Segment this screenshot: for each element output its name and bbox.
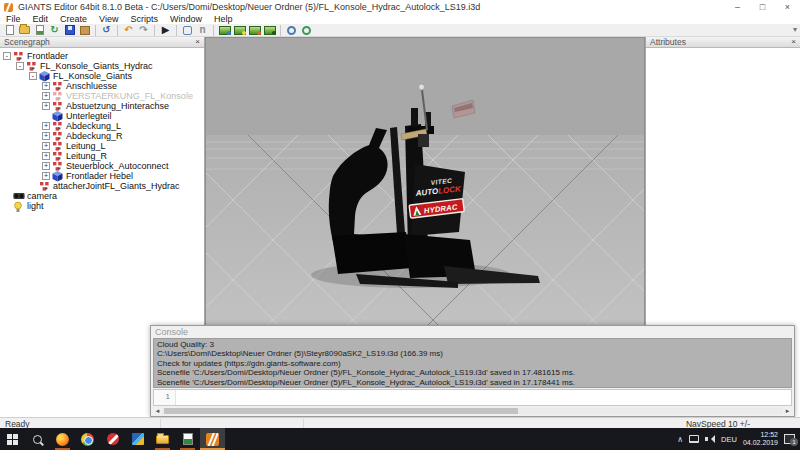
- scenegraph-item[interactable]: light: [0, 201, 204, 211]
- terrain-accent-dot: [257, 31, 261, 35]
- export-icon[interactable]: [78, 24, 91, 36]
- maximize-button[interactable]: □: [750, 0, 775, 14]
- status-separator: [303, 419, 304, 428]
- terrain-smooth-icon[interactable]: [233, 24, 246, 36]
- transform-icon: [39, 181, 52, 192]
- expand-icon[interactable]: +: [42, 152, 50, 160]
- expand-icon[interactable]: +: [42, 162, 50, 170]
- menu-edit[interactable]: Edit: [27, 14, 55, 24]
- lever-knob: [419, 84, 425, 90]
- taskbar-firefox[interactable]: [50, 428, 75, 450]
- menu-window[interactable]: Window: [164, 14, 208, 24]
- close-button[interactable]: ×: [775, 0, 800, 14]
- speaker-icon[interactable]: [705, 434, 715, 444]
- expand-icon[interactable]: +: [42, 132, 50, 140]
- scenegraph-item[interactable]: +Abdeckung_R: [0, 131, 204, 141]
- minimize-button[interactable]: –: [725, 0, 750, 14]
- scrollbar-track[interactable]: [162, 408, 783, 414]
- transform-icon: [13, 51, 26, 62]
- tree-item-label: Unterlegteil: [65, 111, 112, 121]
- tree-item-label: Abdeckung_R: [65, 131, 123, 141]
- play-icon[interactable]: ▶: [159, 24, 172, 36]
- taskbar-search[interactable]: [25, 428, 50, 450]
- expand-icon[interactable]: +: [42, 142, 50, 150]
- scenegraph-item[interactable]: -FL_Konsole_Giants: [0, 71, 204, 81]
- scenegraph-item[interactable]: +Frontlader Hebel: [0, 171, 204, 181]
- snap-mode-icon[interactable]: n: [196, 24, 209, 36]
- notification-center-icon[interactable]: 1: [784, 434, 795, 444]
- foliage-paint-icon-shape: [264, 26, 276, 35]
- scenegraph-item[interactable]: -FL_Konsole_Giants_Hydrac: [0, 61, 204, 71]
- scenegraph-item[interactable]: +VERSTAERKUNG_FL_Konsole: [0, 91, 204, 101]
- render-settings-icon[interactable]: [285, 24, 298, 36]
- terrain-paint-icon[interactable]: [248, 24, 261, 36]
- menu-create[interactable]: Create: [54, 14, 93, 24]
- rotate-view-icon[interactable]: ↺: [100, 24, 113, 36]
- editor-settings-icon[interactable]: [300, 24, 313, 36]
- expand-icon[interactable]: +: [42, 92, 50, 100]
- new-file-icon-shape: [6, 25, 14, 35]
- attributes-close-icon[interactable]: ×: [791, 37, 796, 47]
- transform-icon: [52, 91, 65, 102]
- scenegraph-item[interactable]: +Leitung_L: [0, 141, 204, 151]
- scenegraph-item[interactable]: +Abdeckung_L: [0, 121, 204, 131]
- keyboard-language[interactable]: DEU: [721, 435, 737, 444]
- scrollbar-thumb[interactable]: [164, 408, 518, 414]
- terrain-sculpt-icon[interactable]: [218, 24, 231, 36]
- console-title: Console: [151, 326, 794, 338]
- taskbar-file-explorer[interactable]: [150, 428, 175, 450]
- scenegraph-item[interactable]: -Frontlader: [0, 51, 204, 61]
- scroll-right-icon[interactable]: ▸: [783, 407, 792, 415]
- search-icon: [33, 435, 42, 444]
- giants-editor-icon: [206, 433, 219, 446]
- console-script-input[interactable]: 1: [153, 389, 792, 406]
- new-file-icon[interactable]: [3, 24, 16, 36]
- scenegraph-item[interactable]: Unterlegteil: [0, 111, 204, 121]
- scroll-left-icon[interactable]: ◂: [153, 407, 162, 415]
- menu-view[interactable]: View: [93, 14, 124, 24]
- taskbar-chrome[interactable]: [75, 428, 100, 450]
- expand-icon[interactable]: +: [42, 122, 50, 130]
- save-icon[interactable]: [63, 24, 76, 36]
- scenegraph-item[interactable]: +Abstuetzung_Hinterachse: [0, 101, 204, 111]
- collapse-icon[interactable]: -: [16, 62, 24, 70]
- editor-settings-icon-shape: [302, 26, 311, 35]
- collapse-icon[interactable]: -: [3, 52, 11, 60]
- taskbar-notes-app[interactable]: [175, 428, 200, 450]
- scenegraph-item[interactable]: attacherJointFL_Giants_Hydrac: [0, 181, 204, 191]
- scenegraph-item[interactable]: +Steuerblock_Autoconnect: [0, 161, 204, 171]
- local-mode-icon[interactable]: [181, 24, 194, 36]
- status-bar: Ready NavSpeed 10 +/-: [0, 417, 800, 428]
- scenegraph-close-icon[interactable]: ×: [195, 37, 200, 47]
- menu-file[interactable]: File: [0, 14, 27, 24]
- open-file-icon[interactable]: [18, 24, 31, 36]
- tree-item-label: Anschluesse: [65, 81, 117, 91]
- taskbar-photos[interactable]: [125, 428, 150, 450]
- redo-icon[interactable]: ↷: [137, 24, 150, 36]
- foliage-paint-icon[interactable]: [263, 24, 276, 36]
- tray-expand-icon[interactable]: ∧: [677, 435, 683, 444]
- taskbar-start[interactable]: [0, 428, 25, 450]
- expand-icon[interactable]: +: [42, 82, 50, 90]
- clock[interactable]: 12:52 04.02.2019: [743, 431, 778, 447]
- undo-icon[interactable]: ↶: [122, 24, 135, 36]
- collapse-icon[interactable]: -: [29, 72, 37, 80]
- taskbar-giants-editor[interactable]: [200, 428, 225, 450]
- taskbar-adblocker[interactable]: [100, 428, 125, 450]
- scenegraph-item[interactable]: +Leitung_R: [0, 151, 204, 161]
- tree-item-label: Steuerblock_Autoconnect: [65, 161, 169, 171]
- expand-icon[interactable]: +: [42, 172, 50, 180]
- toolbar-overflow-chevron-icon[interactable]: ▾: [793, 25, 797, 34]
- menu-scripts[interactable]: Scripts: [124, 14, 164, 24]
- expand-icon[interactable]: +: [42, 102, 50, 110]
- open-file-icon-shape: [19, 26, 30, 34]
- taskbar-apps: [0, 428, 225, 450]
- import-icon[interactable]: [33, 24, 46, 36]
- reload-icon[interactable]: ↻: [48, 24, 61, 36]
- scenegraph-item[interactable]: camera: [0, 191, 204, 201]
- network-icon[interactable]: [689, 435, 699, 443]
- scenegraph-item[interactable]: +Anschluesse: [0, 81, 204, 91]
- menu-help[interactable]: Help: [208, 14, 239, 24]
- import-icon-shape: [36, 25, 44, 35]
- console-horizontal-scrollbar[interactable]: ◂ ▸: [153, 407, 792, 415]
